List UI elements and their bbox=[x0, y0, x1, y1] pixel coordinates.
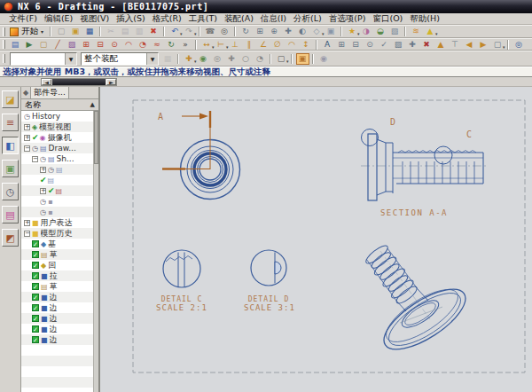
checkbox-checked-icon[interactable]: ✓ bbox=[32, 240, 39, 247]
target-point-icon[interactable]: ◎ bbox=[512, 39, 526, 51]
horizontal-dimension-icon[interactable]: ⊢ bbox=[215, 39, 228, 51]
chevron-down-icon[interactable]: ▼ bbox=[146, 53, 158, 65]
save-file-icon[interactable]: ▦ bbox=[83, 26, 97, 37]
tree-item-模型视图[interactable]: +◈模型视图 bbox=[21, 122, 93, 132]
point-method-icon[interactable]: ✚ bbox=[183, 53, 196, 65]
intersection-snap-icon[interactable]: ✚ bbox=[225, 53, 239, 65]
tree-item-拉[interactable]: ✓■拉 bbox=[21, 270, 93, 281]
reuse-library-tab[interactable]: ▣ bbox=[2, 160, 19, 177]
checkbox-checked-icon[interactable]: ✓ bbox=[32, 283, 39, 290]
toolbar-grip[interactable] bbox=[3, 54, 5, 63]
detail-c-view[interactable] bbox=[163, 250, 200, 287]
fit-view-icon[interactable]: ⊞ bbox=[254, 26, 267, 37]
diameter-dimension-icon[interactable]: ∅ bbox=[271, 39, 285, 51]
tree-item-History[interactable]: ◷History bbox=[21, 111, 93, 122]
menu-item-information[interactable]: 信息(I) bbox=[257, 13, 290, 25]
redo-icon[interactable]: ↷ bbox=[183, 26, 196, 37]
tree-item-row-8[interactable]: ◷▪ bbox=[21, 196, 93, 207]
update-views-icon[interactable]: ↻ bbox=[165, 39, 178, 51]
sort-ascending-icon[interactable]: ▲ bbox=[90, 101, 95, 108]
expand-icon[interactable]: + bbox=[24, 220, 30, 226]
undo-icon[interactable]: ↶ bbox=[168, 26, 182, 37]
start-menu-button[interactable]: 开始 ▾ bbox=[8, 26, 47, 37]
selection-filter-combo[interactable]: ▼ bbox=[10, 52, 77, 66]
menu-item-help[interactable]: 帮助(H) bbox=[406, 13, 443, 25]
pin-icon[interactable]: ◆ bbox=[23, 89, 28, 97]
collapse-icon[interactable]: − bbox=[24, 145, 30, 152]
tree-item-边[interactable]: ✓■边 bbox=[21, 292, 93, 302]
pin-note-icon[interactable]: ⊤ bbox=[449, 39, 462, 51]
rotate-view-icon[interactable]: ◐ bbox=[296, 26, 309, 37]
tree-item-row-7[interactable]: +✔▤ bbox=[21, 185, 93, 196]
expand-icon[interactable]: + bbox=[40, 167, 46, 173]
tree-item-回[interactable]: ✓◆回 bbox=[21, 260, 93, 270]
refresh-view-icon[interactable]: ↻ bbox=[239, 26, 253, 37]
section-view-a-a[interactable] bbox=[361, 129, 489, 201]
snap-point-icon[interactable]: ▦ bbox=[161, 53, 175, 65]
tree-item-row-9[interactable]: ◷▪ bbox=[21, 207, 93, 217]
collapse-icon[interactable]: − bbox=[24, 231, 30, 237]
checkbox-checked-icon[interactable]: ✓ bbox=[32, 304, 39, 311]
inferred-dimension-icon[interactable]: ↔ bbox=[200, 39, 214, 51]
constraint-navigator-tab[interactable]: ≡ bbox=[2, 114, 19, 131]
new-file-icon[interactable]: ▢ bbox=[55, 26, 68, 37]
checkbox-checked-icon[interactable]: ✓ bbox=[32, 315, 39, 322]
view-wizard-icon[interactable]: ▨ bbox=[66, 39, 79, 51]
scrollbar-thumb[interactable] bbox=[52, 79, 106, 85]
snapshot-view-icon[interactable]: ▣ bbox=[325, 26, 338, 37]
expand-icon[interactable]: + bbox=[24, 135, 30, 141]
tree-item-摄像机[interactable]: +✔◉摄像机 bbox=[21, 132, 93, 143]
tree-item-row-5[interactable]: +◷▤ bbox=[21, 164, 93, 175]
menu-item-format[interactable]: 格式(R) bbox=[149, 13, 185, 25]
check-mark-icon[interactable]: ✔ bbox=[32, 133, 39, 142]
part-navigator-tab[interactable]: ◧ bbox=[2, 137, 19, 154]
section-view-icon[interactable]: ◠ bbox=[122, 39, 136, 51]
toolbar-grip[interactable] bbox=[3, 40, 5, 49]
tree-item-边[interactable]: ✓■边 bbox=[21, 313, 93, 324]
rectangle-select-icon[interactable]: ▢ bbox=[275, 53, 288, 65]
tree-item-基[interactable]: ✓◆基 bbox=[21, 239, 93, 249]
toolbar-overflow-icon[interactable]: » bbox=[179, 39, 192, 51]
menu-item-insert[interactable]: 插入(S) bbox=[113, 13, 148, 25]
angular-dimension-icon[interactable]: ∠ bbox=[257, 39, 270, 51]
window-select-icon[interactable]: ▢ bbox=[491, 39, 505, 51]
paste-icon[interactable]: ▥ bbox=[133, 26, 146, 37]
tree-item-Sh...[interactable]: −◷▤Sh... bbox=[21, 153, 93, 164]
scrollbar-thumb[interactable] bbox=[94, 111, 98, 164]
cut-icon[interactable]: ✂ bbox=[105, 26, 118, 37]
toolbar-grip[interactable] bbox=[3, 27, 5, 36]
delete-icon[interactable]: ✖ bbox=[147, 26, 160, 37]
work-layer-icon[interactable]: ◉ bbox=[317, 53, 331, 65]
ordinate-dimension-icon[interactable]: ↕ bbox=[300, 39, 313, 51]
control-point-snap-icon[interactable]: ◎ bbox=[211, 53, 224, 65]
tree-item-草[interactable]: ✓▤草 bbox=[21, 281, 93, 292]
delete-annotation-icon[interactable]: ✖ bbox=[420, 39, 434, 51]
select-tool-icon[interactable]: ▶ bbox=[23, 39, 36, 51]
checkbox-checked-icon[interactable]: ✓ bbox=[32, 294, 39, 301]
measure-angle-icon[interactable]: ▲ bbox=[424, 26, 437, 37]
snap-enable-icon[interactable]: ▣ bbox=[296, 53, 309, 65]
edit-style-icon[interactable]: ▲ bbox=[434, 39, 448, 51]
navigator-scrollbar[interactable] bbox=[93, 111, 98, 392]
zoom-view-icon[interactable]: ⊕ bbox=[268, 26, 281, 37]
feature-control-frame-icon[interactable]: ⊞ bbox=[335, 39, 348, 51]
menu-item-tools[interactable]: 工具(T) bbox=[185, 13, 221, 25]
previous-arrow-icon[interactable]: ◀ bbox=[463, 39, 476, 51]
radius-dimension-icon[interactable]: ◠ bbox=[286, 39, 299, 51]
expand-icon[interactable]: + bbox=[24, 124, 30, 130]
pan-view-icon[interactable]: ✚ bbox=[282, 26, 295, 37]
open-file-icon[interactable]: ▣ bbox=[69, 26, 82, 37]
edit-sheet-icon[interactable]: ▢ bbox=[37, 39, 51, 51]
collapse-icon[interactable]: − bbox=[32, 156, 38, 162]
detail-d-view[interactable] bbox=[251, 250, 286, 286]
tree-item-边[interactable]: ✓■边 bbox=[21, 334, 93, 345]
expand-icon[interactable]: + bbox=[40, 188, 46, 194]
name-column-header[interactable]: 名称 ▲ bbox=[21, 99, 98, 111]
datum-feature-symbol-icon[interactable]: ⊟ bbox=[349, 39, 363, 51]
id-symbol-icon[interactable]: ⊙ bbox=[364, 39, 377, 51]
measure-distance-icon[interactable]: ≋ bbox=[410, 26, 423, 37]
scroll-left-button[interactable]: ◄ bbox=[42, 79, 51, 85]
menu-item-edit[interactable]: 编辑(E) bbox=[41, 13, 76, 25]
menu-item-analysis[interactable]: 分析(L) bbox=[290, 13, 325, 25]
copy-icon[interactable]: ▤ bbox=[119, 26, 132, 37]
